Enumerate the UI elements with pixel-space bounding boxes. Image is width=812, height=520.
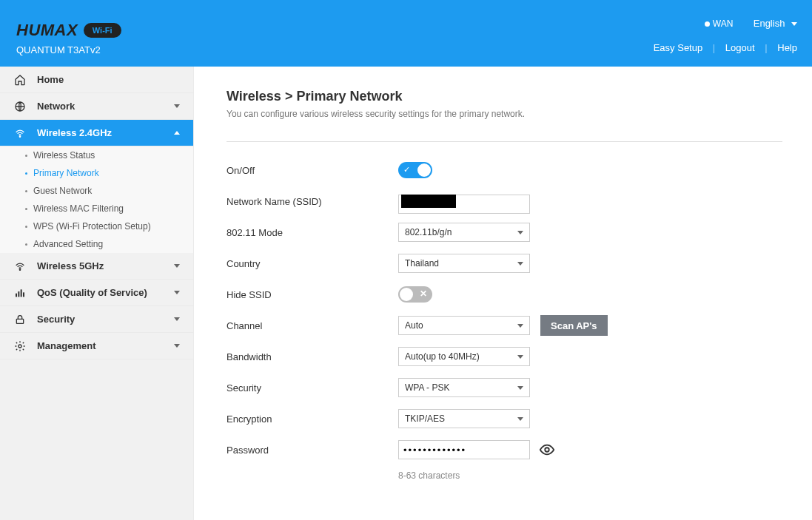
nav-network[interactable]: Network xyxy=(0,93,193,120)
chevron-up-icon xyxy=(174,131,180,135)
bandwidth-label: Bandwidth xyxy=(227,351,398,362)
svg-rect-3 xyxy=(16,293,17,297)
close-icon: ✕ xyxy=(420,288,427,299)
encryption-label: Encryption xyxy=(227,413,398,425)
header-links: Easy Setup | Logout | Help xyxy=(654,42,797,53)
encryption-select[interactable]: TKIP/AES xyxy=(398,409,530,428)
chevron-down-icon xyxy=(517,355,523,359)
chevron-down-icon xyxy=(517,417,523,421)
lock-icon xyxy=(13,313,27,326)
password-input[interactable] xyxy=(398,440,530,459)
svg-rect-7 xyxy=(16,319,23,323)
nav-wireless-5ghz[interactable]: Wireless 5GHz xyxy=(0,253,193,280)
svg-point-9 xyxy=(545,448,549,452)
hide-ssid-toggle[interactable]: ✕ xyxy=(398,286,432,303)
gear-icon xyxy=(13,340,27,353)
svg-rect-4 xyxy=(18,291,19,297)
password-hint: 8-63 characters xyxy=(398,470,782,481)
svg-rect-5 xyxy=(21,289,22,297)
svg-rect-6 xyxy=(23,292,24,297)
sub-advanced-setting[interactable]: Advanced Setting xyxy=(0,235,193,253)
onoff-label: On/Off xyxy=(227,165,398,176)
chevron-down-icon xyxy=(791,22,797,26)
channel-select[interactable]: Auto xyxy=(398,316,530,335)
wifi-badge: Wi-Fi xyxy=(84,23,121,38)
mode-select[interactable]: 802.11b/g/n xyxy=(398,223,530,242)
main-content: Wireless > Primary Network You can confi… xyxy=(194,67,812,520)
wifi-icon xyxy=(13,260,27,273)
language-selector[interactable]: English xyxy=(754,18,797,29)
wan-indicator-icon xyxy=(705,21,710,27)
country-select[interactable]: Thailand xyxy=(398,254,530,273)
chevron-down-icon xyxy=(174,104,180,108)
sub-primary-network[interactable]: Primary Network xyxy=(0,164,193,182)
country-label: Country xyxy=(227,258,398,269)
page-description: You can configure various wireless secur… xyxy=(227,109,782,119)
wireless-24-submenu: Wireless Status Primary Network Guest Ne… xyxy=(0,146,193,253)
nav-management[interactable]: Management xyxy=(0,333,193,359)
nav-home[interactable]: Home xyxy=(0,67,193,93)
security-label: Security xyxy=(227,382,398,394)
divider xyxy=(227,141,782,142)
page-title: Wireless > Primary Network xyxy=(227,89,782,104)
brand-logo: HUMAX xyxy=(16,21,78,40)
help-link[interactable]: Help xyxy=(777,42,797,53)
header: HUMAX Wi-Fi QUANTUM T3ATv2 WAN English E… xyxy=(0,0,812,67)
easy-setup-link[interactable]: Easy Setup xyxy=(654,42,703,53)
svg-point-2 xyxy=(19,269,20,270)
model-name: QUANTUM T3ATv2 xyxy=(16,44,121,55)
logo-area: HUMAX Wi-Fi QUANTUM T3ATv2 xyxy=(16,21,121,55)
mode-label: 802.11 Mode xyxy=(227,227,398,238)
home-icon xyxy=(13,73,27,87)
svg-point-1 xyxy=(19,136,20,137)
header-right: WAN English Easy Setup | Logout | Help xyxy=(654,18,797,53)
password-label: Password xyxy=(227,445,398,456)
chevron-down-icon xyxy=(517,386,523,390)
bandwidth-select[interactable]: Auto(up to 40MHz) xyxy=(398,347,530,366)
onoff-toggle[interactable]: ✓ xyxy=(398,162,432,178)
ssid-input[interactable] xyxy=(398,195,530,214)
chevron-down-icon xyxy=(517,231,523,234)
chevron-down-icon xyxy=(517,324,523,328)
eye-icon[interactable] xyxy=(539,442,555,458)
scan-ap-button[interactable]: Scan AP's xyxy=(540,315,608,336)
channel-label: Channel xyxy=(227,320,398,331)
nav-security[interactable]: Security xyxy=(0,306,193,333)
wifi-icon xyxy=(13,126,27,140)
hide-ssid-label: Hide SSID xyxy=(227,289,398,300)
svg-point-8 xyxy=(19,345,21,348)
check-icon: ✓ xyxy=(403,165,410,175)
wan-status: WAN xyxy=(705,18,736,29)
chevron-down-icon xyxy=(174,317,180,321)
nav-qos[interactable]: QoS (Quality of Service) xyxy=(0,280,193,306)
bars-icon xyxy=(13,286,27,300)
sub-mac-filtering[interactable]: Wireless MAC Filtering xyxy=(0,200,193,217)
nav-wireless-24ghz[interactable]: Wireless 2.4GHz xyxy=(0,120,193,146)
chevron-down-icon xyxy=(517,262,523,266)
sub-guest-network[interactable]: Guest Network xyxy=(0,182,193,200)
sub-wireless-status[interactable]: Wireless Status xyxy=(0,146,193,164)
sidebar: Home Network Wireless 2.4GHz Wireless St… xyxy=(0,67,194,520)
sub-wps[interactable]: WPS (Wi-Fi Protection Setup) xyxy=(0,217,193,235)
globe-icon xyxy=(13,100,27,113)
chevron-down-icon xyxy=(174,344,180,348)
security-select[interactable]: WPA - PSK xyxy=(398,378,530,397)
chevron-down-icon xyxy=(174,264,180,268)
chevron-down-icon xyxy=(174,291,180,294)
logout-link[interactable]: Logout xyxy=(725,42,755,53)
ssid-label: Network Name (SSID) xyxy=(227,196,398,207)
